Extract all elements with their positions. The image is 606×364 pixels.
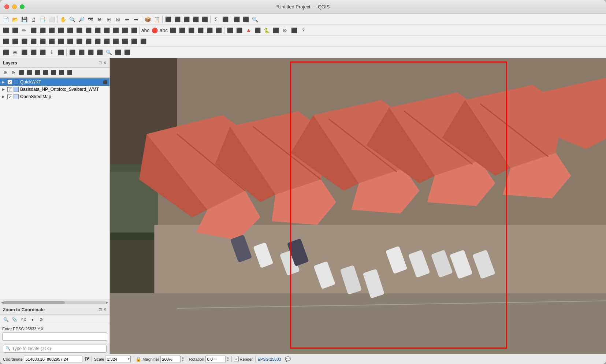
digitize-btn7[interactable]: ⬛ <box>56 26 65 35</box>
close-button[interactable] <box>4 4 9 9</box>
zoom-options-btn[interactable]: ⚙ <box>37 316 45 323</box>
plugin-btn1[interactable]: ⬛ <box>226 26 234 35</box>
map-nav-btn5[interactable]: ⬛ <box>38 48 47 57</box>
open-attr-btn[interactable]: ⬛ <box>18 69 25 76</box>
digitize-btn11[interactable]: ⬛ <box>93 26 102 35</box>
layer-checkbox-3[interactable]: ✓ <box>7 94 12 99</box>
snapping-btn1[interactable]: ⬛ <box>1 37 10 46</box>
snapping-btn12[interactable]: ⬛ <box>102 37 111 46</box>
zoom-bookmark-btn[interactable]: 📎 <box>11 316 18 323</box>
layer-checkbox-2[interactable]: ✓ <box>7 87 12 92</box>
layers-scrollbar[interactable]: ◀ ▶ <box>0 300 109 305</box>
layer-collapse-btn[interactable]: ⬛ <box>66 69 73 76</box>
snapping-btn7[interactable]: ⬛ <box>56 37 65 46</box>
map-nav-btn4[interactable]: ⬛ <box>29 48 38 57</box>
snapping-btn11[interactable]: ⬛ <box>93 37 102 46</box>
layer-item-quickwkt[interactable]: ▶ ✓ QuickWKT ⬛ <box>0 78 109 86</box>
map-nav-btn9[interactable]: ⬛ <box>77 48 86 57</box>
snapping-btn10[interactable]: ⬛ <box>84 37 93 46</box>
map-nav-btn13[interactable]: ⬛ <box>114 48 122 57</box>
search-btn[interactable]: 🔍 <box>250 15 259 24</box>
digitize-btn3[interactable]: ✏ <box>20 26 29 35</box>
snapping-btn4[interactable]: ⬛ <box>29 37 38 46</box>
rotation-input[interactable] <box>205 356 226 363</box>
select-location-btn[interactable]: ⬛ <box>200 15 209 24</box>
layer-prop-btn[interactable]: ⬛ <box>34 69 41 76</box>
zoom-layer-btn[interactable]: ⊕ <box>95 15 104 24</box>
epsg-badge[interactable]: EPSG:25833 <box>258 357 281 361</box>
digitize-btn4[interactable]: ⬛ <box>29 26 38 35</box>
magnifier-spinners[interactable]: ▲ ▼ <box>182 356 185 362</box>
plugin-btn4[interactable]: ⬛ <box>253 26 262 35</box>
digitize-btn10[interactable]: ⬛ <box>84 26 93 35</box>
sum-btn[interactable]: Σ <box>212 15 220 24</box>
pan-map-btn[interactable]: ✋ <box>59 15 67 24</box>
coordinate-input[interactable] <box>24 356 82 363</box>
map-area[interactable] <box>110 58 606 354</box>
label-btn2[interactable]: 🔴 <box>150 26 159 35</box>
maximize-button[interactable] <box>20 4 25 9</box>
snapping-btn13[interactable]: ⬛ <box>111 37 120 46</box>
plugin-btn6[interactable]: ⬛ <box>271 26 280 35</box>
label-btn6[interactable]: ⬛ <box>187 26 196 35</box>
digitize-btn9[interactable]: ⬛ <box>75 26 83 35</box>
digitize-btn15[interactable]: ⬛ <box>130 26 138 35</box>
zoom-in-btn[interactable]: 🔍 <box>68 15 77 24</box>
digitize-btn5[interactable]: ⬛ <box>38 26 47 35</box>
zoom-panel-close[interactable]: ✕ <box>103 307 107 312</box>
render-item[interactable]: ✓ Render <box>234 357 253 361</box>
snapping-btn2[interactable]: ⬛ <box>11 37 19 46</box>
plugin-btn9[interactable]: ? <box>299 26 308 35</box>
new-temp-btn[interactable]: 📋 <box>152 15 161 24</box>
log-messages-icon[interactable]: 💬 <box>285 356 291 362</box>
minimize-button[interactable] <box>12 4 17 9</box>
layer-notes-btn[interactable]: ⬛ <box>50 69 57 76</box>
map-nav-btn7[interactable]: ⬛ <box>56 48 65 57</box>
map-nav-btn6[interactable]: ℹ <box>47 48 56 57</box>
scrollbar-thumb[interactable] <box>4 301 65 304</box>
scale-input[interactable] <box>105 356 131 363</box>
print-btn[interactable]: 📑 <box>38 15 47 24</box>
snapping-btn5[interactable]: ⬛ <box>38 37 47 46</box>
save-project-btn[interactable]: 💾 <box>20 15 29 24</box>
map-nav-btn3[interactable]: ⬛ <box>20 48 29 57</box>
attr-table-btn[interactable]: ⬛ <box>232 15 241 24</box>
plugin-btn8[interactable]: ⬛ <box>290 26 298 35</box>
zoom-sel-btn[interactable]: ⊞ <box>104 15 113 24</box>
filter-btn[interactable]: ⬛ <box>26 69 33 76</box>
map-nav-btn14[interactable]: ⬛ <box>123 48 131 57</box>
layer-checkbox-1[interactable]: ✓ <box>7 80 12 85</box>
map-nav-btn12[interactable]: 🔍 <box>104 48 113 57</box>
zoom-last-btn[interactable]: ⬅ <box>123 15 131 24</box>
plugin-btn3[interactable]: 🔺 <box>244 26 253 35</box>
snapping-btn16[interactable]: ⬛ <box>139 37 148 46</box>
snapping-btn9[interactable]: ⬛ <box>75 37 83 46</box>
zoom-native-btn[interactable]: ⊠ <box>114 15 122 24</box>
rotation-down[interactable]: ▼ <box>227 359 230 362</box>
plugin-btn7[interactable]: ⊗ <box>280 26 289 35</box>
select-polygon-btn[interactable]: ⬛ <box>182 15 191 24</box>
zoom-out-btn[interactable]: 🔎 <box>77 15 86 24</box>
zoom-coord-input[interactable] <box>2 333 107 341</box>
settings-btn[interactable]: ⬜ <box>47 15 56 24</box>
zoom-go-btn[interactable]: 🔍 <box>2 316 10 323</box>
scroll-right-btn[interactable]: ▶ <box>106 301 108 304</box>
zoom-panel-minimize[interactable]: ⊡ <box>98 307 102 312</box>
digitize-btn1[interactable]: ⬛ <box>1 26 10 35</box>
zoom-next-btn[interactable]: ➡ <box>132 15 141 24</box>
plugin-btn5[interactable]: 🐍 <box>262 26 271 35</box>
magnifier-input[interactable] <box>160 356 181 363</box>
layer-options-btn-1[interactable]: ⬛ <box>103 80 107 84</box>
snapping-btn3[interactable]: ⬛ <box>20 37 29 46</box>
map-nav-btn1[interactable]: ⬛ <box>1 48 10 57</box>
select-rect-btn[interactable]: ⬛ <box>164 15 172 24</box>
layer-style-btn[interactable]: ⬛ <box>42 69 49 76</box>
layers-close-icon[interactable]: ✕ <box>103 60 107 65</box>
label-btn1[interactable]: abc <box>141 26 150 35</box>
snapping-btn8[interactable]: ⬛ <box>66 37 74 46</box>
label-btn5[interactable]: ⬛ <box>178 26 186 35</box>
layer-item-basisdata[interactable]: ▶ ✓ Basisdata_NP_Ortofoto_Svalbard_WMT <box>0 86 109 93</box>
zoom-yx-btn[interactable]: Y,X <box>19 316 28 323</box>
snapping-btn15[interactable]: ⬛ <box>130 37 138 46</box>
new-spatial-btn[interactable]: 📦 <box>143 15 152 24</box>
